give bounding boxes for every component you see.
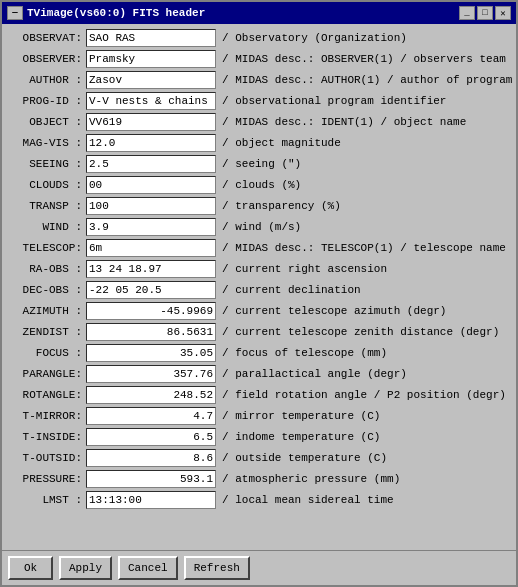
table-row: OBSERVER:/ MIDAS desc.: OBSERVER(1) / ob… (6, 49, 512, 69)
row-label: PROG-ID : (6, 95, 86, 107)
row-label: OBJECT : (6, 116, 86, 128)
row-comment: / MIDAS desc.: AUTHOR(1) / author of pro… (222, 74, 512, 86)
table-row: T-OUTSID:/ outside temperature (C) (6, 448, 512, 468)
row-input[interactable] (86, 428, 216, 446)
row-input[interactable] (86, 134, 216, 152)
table-row: LMST :/ local mean sidereal time (6, 490, 512, 510)
main-window: — TVimage(vs60:0) FITS header _ □ ✕ OBSE… (0, 0, 518, 587)
row-comment: / MIDAS desc.: OBSERVER(1) / observers t… (222, 53, 506, 65)
row-input[interactable] (86, 92, 216, 110)
row-input[interactable] (86, 386, 216, 404)
row-input[interactable] (86, 113, 216, 131)
row-comment: / Observatory (Organization) (222, 32, 407, 44)
close-button[interactable]: ✕ (495, 6, 511, 20)
row-input[interactable] (86, 323, 216, 341)
row-comment: / current right ascension (222, 263, 387, 275)
row-comment: / seeing (") (222, 158, 301, 170)
row-label: WIND : (6, 221, 86, 233)
table-row: PROG-ID :/ observational program identif… (6, 91, 512, 111)
row-input[interactable] (86, 365, 216, 383)
table-row: AZIMUTH :/ current telescope azimuth (de… (6, 301, 512, 321)
row-label: T-INSIDE: (6, 431, 86, 443)
row-label: OBSERVAT: (6, 32, 86, 44)
row-comment: / object magnitude (222, 137, 341, 149)
row-input[interactable] (86, 302, 216, 320)
apply-button[interactable]: Apply (59, 556, 112, 580)
table-row: DEC-OBS :/ current declination (6, 280, 512, 300)
table-row: WIND :/ wind (m/s) (6, 217, 512, 237)
row-comment: / local mean sidereal time (222, 494, 394, 506)
row-label: RA-OBS : (6, 263, 86, 275)
table-row: FOCUS :/ focus of telescope (mm) (6, 343, 512, 363)
row-label: ROTANGLE: (6, 389, 86, 401)
maximize-button[interactable]: □ (477, 6, 493, 20)
row-label: AZIMUTH : (6, 305, 86, 317)
row-label: T-OUTSID: (6, 452, 86, 464)
table-row: SEEING :/ seeing (") (6, 154, 512, 174)
system-button[interactable]: — (7, 6, 23, 20)
row-comment: / atmospheric pressure (mm) (222, 473, 400, 485)
row-input[interactable] (86, 470, 216, 488)
table-row: MAG-VIS :/ object magnitude (6, 133, 512, 153)
row-input[interactable] (86, 491, 216, 509)
row-comment: / current telescope zenith distance (deg… (222, 326, 499, 338)
row-comment: / parallactical angle (degr) (222, 368, 407, 380)
table-row: PARANGLE:/ parallactical angle (degr) (6, 364, 512, 384)
ok-button[interactable]: Ok (8, 556, 53, 580)
row-comment: / clouds (%) (222, 179, 301, 191)
row-input[interactable] (86, 239, 216, 257)
row-input[interactable] (86, 29, 216, 47)
row-input[interactable] (86, 218, 216, 236)
content-area: OBSERVAT:/ Observatory (Organization)OBS… (2, 24, 516, 550)
row-comment: / mirror temperature (C) (222, 410, 380, 422)
row-input[interactable] (86, 449, 216, 467)
row-input[interactable] (86, 260, 216, 278)
row-label: AUTHOR : (6, 74, 86, 86)
row-input[interactable] (86, 176, 216, 194)
row-label: LMST : (6, 494, 86, 506)
row-input[interactable] (86, 407, 216, 425)
table-row: ROTANGLE:/ field rotation angle / P2 pos… (6, 385, 512, 405)
row-comment: / focus of telescope (mm) (222, 347, 387, 359)
cancel-button[interactable]: Cancel (118, 556, 178, 580)
row-label: DEC-OBS : (6, 284, 86, 296)
table-row: OBJECT :/ MIDAS desc.: IDENT(1) / object… (6, 112, 512, 132)
row-label: OBSERVER: (6, 53, 86, 65)
table-row: CLOUDS :/ clouds (%) (6, 175, 512, 195)
table-row: PRESSURE:/ atmospheric pressure (mm) (6, 469, 512, 489)
row-label: TELESCOP: (6, 242, 86, 254)
row-input[interactable] (86, 197, 216, 215)
window-title: TVimage(vs60:0) FITS header (27, 7, 205, 19)
row-label: SEEING : (6, 158, 86, 170)
table-row: RA-OBS :/ current right ascension (6, 259, 512, 279)
row-comment: / transparency (%) (222, 200, 341, 212)
table-row: ZENDIST :/ current telescope zenith dist… (6, 322, 512, 342)
row-input[interactable] (86, 71, 216, 89)
row-input[interactable] (86, 50, 216, 68)
row-comment: / MIDAS desc.: TELESCOP(1) / telescope n… (222, 242, 506, 254)
table-row: OBSERVAT:/ Observatory (Organization) (6, 28, 512, 48)
table-row: TRANSP :/ transparency (%) (6, 196, 512, 216)
table-row: T-MIRROR:/ mirror temperature (C) (6, 406, 512, 426)
row-label: CLOUDS : (6, 179, 86, 191)
title-bar-left: — TVimage(vs60:0) FITS header (7, 6, 205, 20)
row-label: PARANGLE: (6, 368, 86, 380)
row-label: ZENDIST : (6, 326, 86, 338)
row-comment: / outside temperature (C) (222, 452, 387, 464)
table-row: T-INSIDE:/ indome temperature (C) (6, 427, 512, 447)
row-label: T-MIRROR: (6, 410, 86, 422)
row-label: PRESSURE: (6, 473, 86, 485)
row-comment: / indome temperature (C) (222, 431, 380, 443)
row-input[interactable] (86, 155, 216, 173)
title-bar: — TVimage(vs60:0) FITS header _ □ ✕ (2, 2, 516, 24)
row-label: MAG-VIS : (6, 137, 86, 149)
row-input[interactable] (86, 281, 216, 299)
table-row: AUTHOR :/ MIDAS desc.: AUTHOR(1) / autho… (6, 70, 512, 90)
refresh-button[interactable]: Refresh (184, 556, 250, 580)
row-input[interactable] (86, 344, 216, 362)
row-comment: / MIDAS desc.: IDENT(1) / object name (222, 116, 466, 128)
minimize-button[interactable]: _ (459, 6, 475, 20)
button-bar: Ok Apply Cancel Refresh (2, 550, 516, 585)
row-comment: / current telescope azimuth (degr) (222, 305, 446, 317)
table-row: TELESCOP:/ MIDAS desc.: TELESCOP(1) / te… (6, 238, 512, 258)
